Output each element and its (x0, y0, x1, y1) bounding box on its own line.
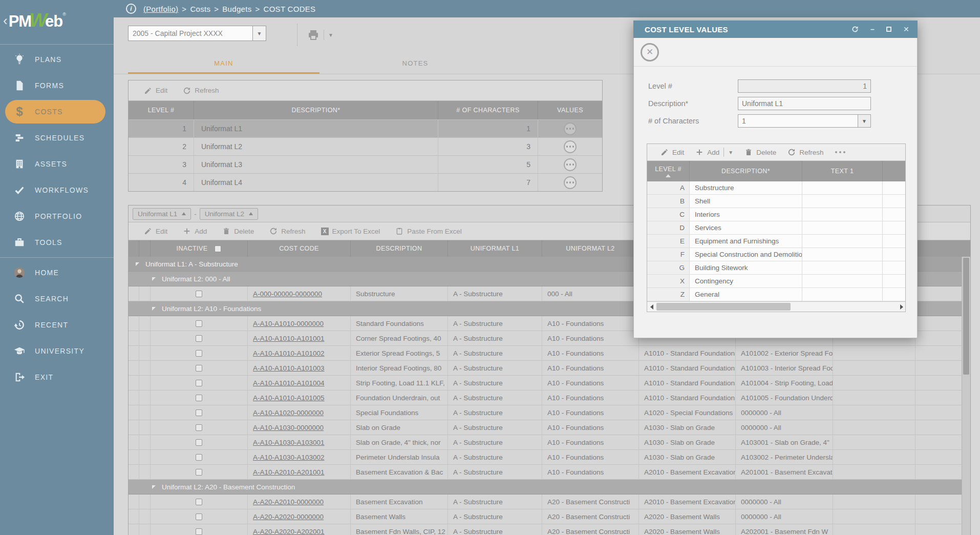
codes-delete-button[interactable]: Delete (222, 227, 254, 235)
col-uniformat-l1[interactable]: UNIFORMAT L1 (448, 240, 542, 257)
col-characters[interactable]: # OF CHARACTERS (438, 101, 538, 119)
sidebar-item-forms[interactable]: FORMS (5, 74, 105, 97)
inactive-checkbox[interactable] (196, 513, 202, 520)
values-edit-button[interactable]: Edit (661, 148, 684, 156)
inactive-checkbox[interactable] (196, 350, 202, 357)
col-level[interactable]: LEVEL # (647, 161, 690, 181)
cost-code-link[interactable]: A-A20-A2010-0000000 (253, 498, 324, 506)
modal-level-row[interactable]: ZGeneral (647, 288, 905, 301)
values-add-button[interactable]: Add (695, 148, 719, 156)
cost-code-row[interactable]: A-A20-A2010-0000000Basement ExcavationA … (129, 495, 962, 509)
modal-close-icon[interactable]: ✕ (903, 25, 909, 33)
modal-level-row[interactable]: CInteriors (647, 208, 905, 221)
sidebar-item-search[interactable]: SEARCH (5, 287, 105, 311)
sidebar-item-workflows[interactable]: WORKFLOWS (5, 178, 105, 202)
inactive-checkbox[interactable] (196, 365, 202, 372)
cost-code-row[interactable]: A-A10-A1010-A101004Strip Footing, Load 1… (129, 376, 962, 390)
values-ellipsis-button[interactable] (564, 122, 577, 135)
select-all-checkbox[interactable] (215, 245, 221, 252)
sidebar-item-costs[interactable]: $COSTS (5, 100, 105, 124)
modal-maximize-icon[interactable] (886, 27, 891, 32)
inactive-checkbox[interactable] (196, 454, 202, 461)
modal-level-row[interactable]: EEquipment and Furnishings (647, 235, 905, 248)
level-row[interactable]: 1Uniformat L11 (129, 119, 602, 137)
inactive-checkbox[interactable] (196, 528, 202, 535)
inactive-checkbox[interactable] (196, 409, 202, 416)
description-input[interactable]: Uniformat L1 (738, 97, 871, 110)
chevron-down-icon[interactable]: ▼ (252, 26, 266, 40)
cost-code-link[interactable]: A-A10-A1010-0000000 (253, 320, 324, 327)
cost-code-link[interactable]: A-000-00000-0000000 (253, 290, 322, 298)
col-cost-code[interactable]: COST CODE (248, 240, 351, 257)
modal-level-row[interactable]: DServices (647, 221, 905, 235)
cost-code-row[interactable]: A-A10-A1010-A101005Foundation Underdrain… (129, 390, 962, 405)
inactive-checkbox[interactable] (196, 320, 202, 327)
info-icon[interactable]: i (126, 4, 136, 14)
tab-main[interactable]: MAIN (128, 54, 319, 74)
collapse-icon[interactable] (136, 262, 139, 266)
project-select[interactable]: 2005 - Capital Project XXXX ▼ (128, 26, 266, 41)
cost-code-link[interactable]: A-A10-A2010-A201001 (253, 468, 325, 476)
modal-level-row[interactable]: BShell (647, 195, 905, 208)
collapse-icon[interactable] (152, 485, 156, 489)
cost-code-link[interactable]: A-A10-A1020-0000000 (253, 409, 324, 417)
sidebar-item-portfolio[interactable]: PORTFOLIO (5, 204, 105, 228)
group-row[interactable]: Uniformat L2: A20 - Basement Constructio… (129, 480, 962, 495)
cost-code-link[interactable]: A-A20-A2020-0000000 (253, 513, 324, 521)
scroll-left-arrow[interactable] (647, 302, 656, 312)
print-button-group[interactable]: ▼ (307, 29, 333, 41)
cost-code-row[interactable]: A-A10-A2010-A201001Basement Excavation &… (129, 465, 962, 480)
horizontal-scrollbar[interactable] (647, 301, 905, 312)
cost-code-link[interactable]: A-A10-A1010-A101005 (253, 394, 325, 402)
sidebar-item-assets[interactable]: ASSETS (5, 152, 105, 176)
col-text1[interactable]: TEXT 1 (802, 161, 883, 181)
cost-code-row[interactable]: A-A10-A1010-A101002Exterior Spread Footi… (129, 346, 962, 361)
modal-level-row[interactable]: XContingency (647, 275, 905, 288)
values-ellipsis-button[interactable] (564, 140, 577, 153)
cost-code-row[interactable]: A-A10-A1020-0000000Special FoundationsA … (129, 405, 962, 420)
cost-code-link[interactable]: A-A10-A1030-0000000 (253, 424, 324, 431)
inactive-checkbox[interactable] (196, 439, 202, 446)
cancel-circle-icon[interactable]: ✕ (641, 43, 659, 61)
inactive-checkbox[interactable] (196, 380, 202, 386)
col-description[interactable]: DESCRIPTION* (690, 161, 802, 181)
scroll-right-arrow[interactable] (896, 302, 905, 312)
cost-code-row[interactable]: A-A20-A2020-A202001Basement Fdn Walls, C… (129, 524, 962, 535)
values-ellipsis-button[interactable] (564, 176, 577, 189)
inactive-checkbox[interactable] (196, 424, 202, 431)
col-uniformat-l2[interactable]: UNIFORMAT L2 (542, 240, 639, 257)
sidebar-item-recent[interactable]: RECENT (5, 313, 105, 337)
collapse-icon[interactable] (152, 277, 156, 281)
inactive-checkbox[interactable] (196, 335, 202, 342)
values-ellipsis-button[interactable] (564, 158, 577, 171)
inactive-checkbox[interactable] (196, 469, 202, 476)
scrollbar-thumb[interactable] (963, 258, 969, 375)
more-options-icon[interactable] (835, 151, 846, 154)
col-inactive[interactable]: INACTIVE (151, 240, 248, 257)
printer-icon[interactable] (307, 29, 319, 41)
add-caret-icon[interactable]: ▼ (728, 150, 733, 155)
cost-code-row[interactable]: A-A10-A1030-0000000Slab on GradeA - Subs… (129, 420, 962, 435)
modal-minimize-icon[interactable]: – (870, 25, 875, 33)
sidebar-item-tools[interactable]: TOOLS (5, 231, 105, 254)
modal-level-row[interactable]: ASubstructure (647, 181, 905, 195)
tab-notes[interactable]: NOTES (319, 54, 511, 74)
cost-code-row[interactable]: A-A10-A1030-A103002Perimeter Underslab I… (129, 450, 962, 465)
col-values[interactable]: VALUES (538, 101, 602, 119)
inactive-checkbox[interactable] (196, 499, 202, 505)
values-delete-button[interactable]: Delete (744, 148, 776, 156)
cost-code-row[interactable]: A-A20-A2020-0000000Basement WallsA - Sub… (129, 509, 962, 524)
modal-titlebar[interactable]: COST LEVEL VALUES – ✕ (633, 20, 918, 38)
level-row[interactable]: 3Uniformat L35 (129, 155, 602, 173)
cost-code-link[interactable]: A-A10-A1010-A101004 (253, 379, 325, 387)
cost-code-link[interactable]: A-A10-A1030-A103002 (253, 454, 325, 461)
print-caret-icon[interactable]: ▼ (328, 32, 333, 38)
paste-excel-button[interactable]: Paste From Excel (395, 227, 462, 235)
sidebar-item-university[interactable]: UNIVERSITY (5, 339, 105, 363)
sidebar-item-exit[interactable]: EXIT (5, 365, 105, 389)
inactive-checkbox[interactable] (196, 395, 202, 401)
levels-refresh-button[interactable]: Refresh (183, 87, 219, 95)
cost-code-link[interactable]: A-A20-A2020-A202001 (253, 528, 325, 535)
breadcrumb-item[interactable]: (Portfolio) (143, 5, 178, 13)
inactive-checkbox[interactable] (196, 291, 202, 297)
